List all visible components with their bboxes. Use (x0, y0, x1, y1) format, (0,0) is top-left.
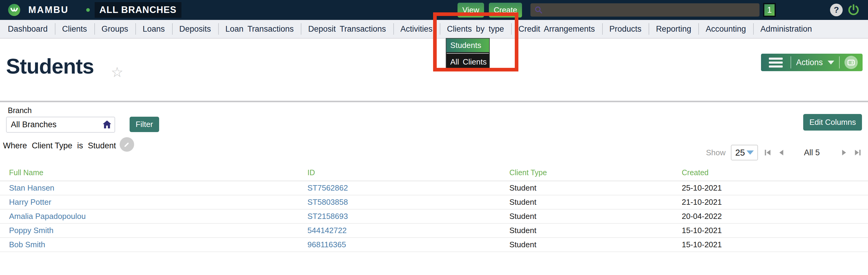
pagination-bar: Show 25 All 5 (706, 144, 862, 161)
nav-item-clients[interactable]: Clients (55, 20, 94, 38)
branch-scope-selector[interactable]: ALL BRANCHES (95, 2, 181, 18)
mambu-logo-icon (8, 4, 21, 16)
column-header-created[interactable]: Created (682, 168, 868, 177)
created-date-cell: 21-10-2021 (682, 197, 868, 207)
home-icon[interactable] (102, 119, 112, 130)
clients-by-type-dropdown: Students All Clients (446, 38, 490, 70)
prev-page-button[interactable] (777, 148, 786, 157)
nav-item-clients-by-type[interactable]: Clients by type Students All Clients (440, 20, 511, 38)
dropdown-divider (447, 53, 489, 54)
table-row: Harry Potter ST5803858 Student 21-10-202… (0, 195, 868, 210)
client-type-cell: Student (509, 183, 682, 193)
created-date-cell: 25-10-2021 (682, 183, 868, 193)
edit-columns-button[interactable]: Edit Columns (803, 114, 862, 130)
app-window: MAMBU ALL BRANCHES View Create 1 ? Dashb… (0, 0, 868, 275)
page-range-label: All 5 (804, 148, 820, 157)
client-type-cell: Student (509, 197, 682, 207)
created-date-cell: 15-10-2021 (682, 240, 868, 249)
nav-item-reporting[interactable]: Reporting (649, 20, 698, 38)
section-divider (0, 101, 868, 102)
notification-count-badge[interactable]: 1 (763, 3, 776, 17)
global-search-input[interactable] (543, 3, 760, 17)
filter-button[interactable]: Filter (130, 117, 159, 132)
main-nav: Dashboard Clients Groups Loans Deposits … (0, 20, 868, 39)
actions-toolbar: Actions (761, 54, 863, 71)
column-header-full-name[interactable]: Full Name (0, 168, 307, 177)
table-row: Amalia Papadopoulou ST2158693 Student 20… (0, 210, 868, 224)
pencil-icon (123, 141, 131, 148)
nav-item-loans[interactable]: Loans (135, 20, 172, 38)
first-page-button[interactable] (764, 148, 772, 157)
clients-table: Full Name ID Client Type Created Stan Ha… (0, 164, 868, 252)
edit-filter-button[interactable] (120, 137, 134, 152)
client-name-link[interactable]: Stan Hansen (0, 183, 307, 193)
page-size-value: 25 (735, 148, 747, 158)
nav-item-clients-by-type-label: Clients by type (447, 24, 504, 34)
client-id-link[interactable]: 544142722 (307, 226, 509, 235)
logout-power-icon[interactable] (847, 3, 860, 17)
last-page-button[interactable] (854, 148, 862, 157)
filter-where-clause: Where Client Type is Student (3, 141, 116, 150)
branch-select[interactable] (6, 117, 115, 133)
dropdown-arrow-icon (747, 150, 754, 155)
where-field: Client Type (32, 141, 73, 150)
nav-item-products[interactable]: Products (602, 20, 649, 38)
actions-dropdown-button[interactable]: Actions (796, 58, 834, 67)
create-button[interactable]: Create (489, 3, 522, 18)
next-page-icon (840, 148, 848, 157)
page-size-select[interactable]: 25 (731, 145, 758, 160)
client-id-link[interactable]: ST2158693 (307, 212, 509, 221)
client-id-link[interactable]: ST5803858 (307, 197, 509, 207)
search-icon (534, 5, 543, 14)
where-value: Student (88, 141, 116, 150)
nav-item-groups[interactable]: Groups (94, 20, 135, 38)
show-label: Show (706, 148, 725, 157)
where-operator: is (77, 141, 83, 150)
next-page-button[interactable] (840, 148, 848, 157)
client-name-link[interactable]: Bob Smith (0, 240, 307, 249)
client-name-link[interactable]: Amalia Papadopoulou (0, 212, 307, 221)
created-date-cell: 20-04-2022 (682, 212, 868, 221)
nav-item-deposit-transactions[interactable]: Deposit Transactions (301, 20, 393, 38)
view-button[interactable]: View (458, 3, 484, 18)
client-type-cell: Student (509, 226, 682, 235)
table-row: Poppy Smith 544142722 Student 15-10-2021 (0, 224, 868, 238)
nav-item-accounting[interactable]: Accounting (698, 20, 753, 38)
toolbar-divider (790, 56, 791, 68)
favorite-star-icon[interactable]: ☆ (111, 64, 123, 80)
top-bar: MAMBU ALL BRANCHES View Create 1 ? (0, 0, 868, 20)
table-row: Stan Hansen ST7562862 Student 25-10-2021 (0, 181, 868, 195)
column-header-id[interactable]: ID (307, 168, 509, 177)
toolbar-divider (839, 56, 840, 68)
dropdown-item-all-clients[interactable]: All Clients (446, 55, 489, 69)
nav-item-administration[interactable]: Administration (753, 20, 819, 38)
client-type-cell: Student (509, 212, 682, 221)
nav-item-activities[interactable]: Activities (393, 20, 440, 38)
branch-input[interactable] (6, 117, 115, 133)
nav-item-dashboard[interactable]: Dashboard (1, 20, 55, 38)
table-header-row: Full Name ID Client Type Created (0, 164, 868, 181)
created-date-cell: 15-10-2021 (682, 226, 868, 235)
global-search-box[interactable] (530, 3, 760, 17)
branch-status-dot-icon (86, 8, 90, 12)
nav-item-credit-arrangements[interactable]: Credit Arrangements (511, 20, 602, 38)
branch-field-label: Branch (8, 106, 32, 115)
dropdown-item-students[interactable]: Students (446, 39, 489, 52)
nav-item-deposits[interactable]: Deposits (172, 20, 218, 38)
actions-label: Actions (796, 58, 823, 67)
first-page-icon (764, 148, 772, 157)
last-page-icon (854, 148, 862, 157)
client-name-link[interactable]: Poppy Smith (0, 226, 307, 235)
export-icon (847, 60, 855, 65)
help-icon[interactable]: ? (830, 4, 843, 16)
brand-name: MAMBU (28, 4, 69, 16)
nav-item-loan-transactions[interactable]: Loan Transactions (218, 20, 301, 38)
column-header-client-type[interactable]: Client Type (509, 168, 682, 177)
client-name-link[interactable]: Harry Potter (0, 197, 307, 207)
client-id-link[interactable]: ST7562862 (307, 183, 509, 193)
where-prefix: Where (3, 141, 27, 150)
chevron-down-icon (828, 61, 834, 64)
export-button[interactable] (844, 56, 858, 69)
menu-icon[interactable] (766, 58, 786, 67)
client-id-link[interactable]: 968116365 (307, 240, 509, 249)
